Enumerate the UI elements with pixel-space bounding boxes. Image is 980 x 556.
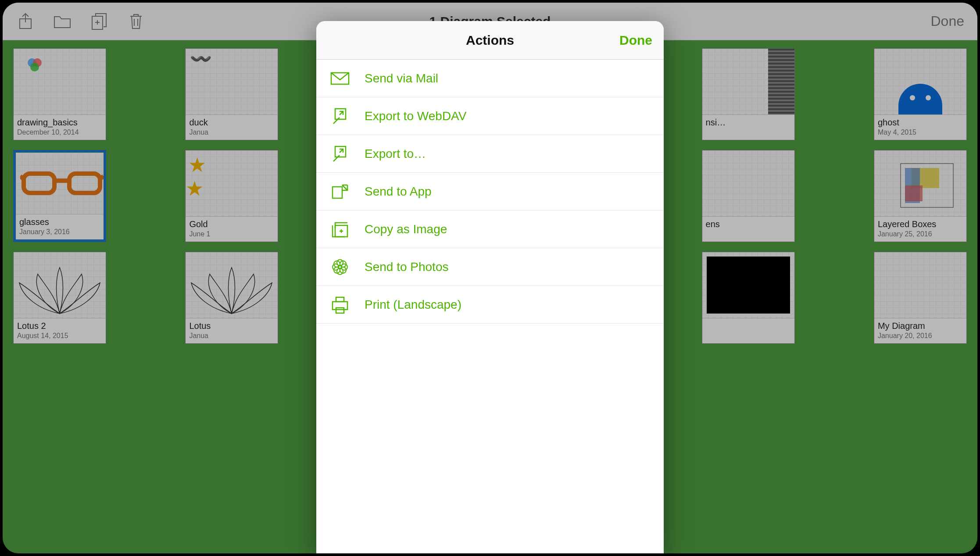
- popover-list: Send via Mail Export to WebDAV Export to…: [316, 60, 664, 553]
- action-label: Export to WebDAV: [365, 109, 466, 123]
- svg-rect-26: [336, 308, 344, 313]
- print-icon: [329, 294, 351, 315]
- action-send-to-photos[interactable]: Send to Photos: [316, 248, 664, 286]
- photos-icon: [329, 257, 351, 278]
- action-label: Print (Landscape): [365, 298, 461, 312]
- done-button-popover[interactable]: Done: [619, 33, 652, 48]
- popover-header: Actions Done: [316, 21, 664, 60]
- export-icon: [329, 143, 351, 164]
- action-label: Send to Photos: [365, 260, 448, 274]
- svg-rect-14: [333, 187, 342, 198]
- action-export-to-webdav[interactable]: Export to WebDAV: [316, 97, 664, 135]
- action-send-to-app[interactable]: Send to App: [316, 173, 664, 210]
- copy-image-icon: [329, 219, 351, 240]
- popover-title: Actions: [466, 33, 514, 48]
- svg-rect-25: [336, 297, 344, 302]
- svg-rect-24: [333, 302, 347, 310]
- action-print-landscape[interactable]: Print (Landscape): [316, 286, 664, 324]
- action-export-to[interactable]: Export to…: [316, 135, 664, 173]
- action-label: Send via Mail: [365, 71, 438, 86]
- action-label: Copy as Image: [365, 222, 447, 236]
- action-label: Export to…: [365, 147, 426, 161]
- actions-popover: Actions Done Send via Mail Export to Web…: [316, 21, 664, 553]
- action-label: Send to App: [365, 185, 432, 199]
- action-send-via-mail[interactable]: Send via Mail: [316, 60, 664, 97]
- action-copy-as-image[interactable]: Copy as Image: [316, 210, 664, 248]
- app-window: 1 Diagram Selected Done drawing_basics D…: [3, 3, 977, 553]
- export-icon: [329, 106, 351, 127]
- mail-icon: [329, 68, 351, 89]
- send-app-icon: [329, 181, 351, 202]
